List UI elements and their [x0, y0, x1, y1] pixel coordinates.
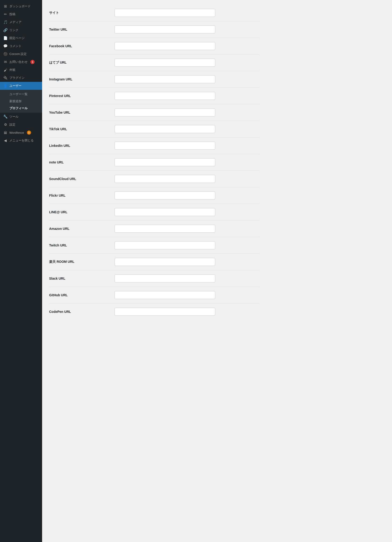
form-row-linkedin: LinkedIn URL: [49, 137, 260, 154]
sidebar-item-posts[interactable]: ✏投稿: [0, 10, 42, 18]
profile-form: サイトTwitter URLFacebook URLはてブ URLInstagr…: [49, 5, 260, 320]
sidebar-label-users: ユーザー: [9, 84, 22, 88]
label-twitter: Twitter URL: [49, 27, 114, 31]
input-twitter[interactable]: [114, 26, 215, 33]
label-site: サイト: [49, 11, 114, 15]
input-codepen[interactable]: [114, 308, 215, 316]
badge-contact: 1: [30, 60, 35, 64]
label-youtube: YouTube URL: [49, 111, 114, 114]
input-wrap-soundcloud: [114, 175, 215, 183]
label-codepen: CodePen URL: [49, 310, 114, 314]
label-rakuten: 楽天 ROOM URL: [49, 260, 114, 264]
pages-icon: 📄: [3, 36, 7, 40]
input-facebook[interactable]: [114, 42, 215, 50]
sidebar-item-comments[interactable]: 💬コメント: [0, 42, 42, 50]
input-wrap-flickr: [114, 191, 215, 200]
label-slack: Slack URL: [49, 276, 114, 280]
input-slack[interactable]: [114, 275, 215, 282]
label-note: note URL: [49, 160, 114, 164]
label-github: GitHub URL: [49, 293, 114, 297]
input-wrap-line: [114, 208, 215, 216]
input-twitch[interactable]: [114, 241, 215, 249]
input-wrap-twitter: [114, 26, 215, 33]
sidebar-label-cocoon: Cocoon 設定: [9, 52, 27, 56]
form-row-codepen: CodePen URL: [49, 303, 260, 320]
sidebar-label-wordfence: Wordfence: [9, 131, 24, 135]
input-youtube[interactable]: [114, 108, 215, 116]
sidebar-label-plugins: プラグイン: [9, 76, 25, 80]
input-wrap-youtube: [114, 108, 215, 116]
sidebar-item-tools[interactable]: 🔧ツール: [0, 113, 42, 121]
sidebar-item-wordfence[interactable]: 🏛Wordfence3: [0, 129, 42, 136]
wordfence-icon: 🏛: [3, 131, 7, 135]
form-row-note: note URL: [49, 154, 260, 170]
form-row-soundcloud: SoundCloud URL: [49, 170, 260, 187]
input-wrap-site: [114, 9, 215, 17]
media-icon: 🎵: [3, 20, 7, 24]
input-rakuten[interactable]: [114, 258, 215, 266]
form-row-rakuten: 楽天 ROOM URL: [49, 254, 260, 270]
sidebar-item-dashboard[interactable]: ⊞ダッシュボード: [0, 2, 42, 10]
dashboard-icon: ⊞: [3, 4, 7, 8]
input-line[interactable]: [114, 208, 215, 216]
submenu-item-user-list[interactable]: ユーザー一覧: [0, 91, 42, 98]
input-wrap-linkedin: [114, 142, 215, 150]
sidebar-label-contact: お問い合わせ: [9, 60, 27, 64]
input-hatena[interactable]: [114, 59, 215, 67]
label-hatena: はてブ URL: [49, 60, 114, 65]
sidebar-item-media[interactable]: 🎵メディア: [0, 18, 42, 26]
form-row-github: GitHub URL: [49, 287, 260, 303]
form-row-site: サイト: [49, 5, 260, 21]
comments-icon: 💬: [3, 44, 7, 48]
input-linkedin[interactable]: [114, 142, 215, 150]
sidebar-label-posts: 投稿: [9, 12, 16, 16]
form-row-flickr: Flickr URL: [49, 187, 260, 204]
label-facebook: Facebook URL: [49, 44, 114, 48]
sidebar-item-contact[interactable]: ✉お問い合わせ1: [0, 58, 42, 66]
input-wrap-rakuten: [114, 258, 215, 266]
sidebar-item-plugins[interactable]: 🔌プラグイン: [0, 74, 42, 82]
label-flickr: Flickr URL: [49, 194, 114, 197]
label-soundcloud: SoundCloud URL: [49, 177, 114, 181]
input-soundcloud[interactable]: [114, 175, 215, 183]
input-note[interactable]: [114, 158, 215, 166]
input-wrap-pinterest: [114, 92, 215, 100]
sidebar-label-links: リンク: [9, 28, 18, 32]
form-row-pinterest: Pinterest URL: [49, 87, 260, 104]
sidebar-label-tools: ツール: [9, 114, 18, 119]
sidebar-item-links[interactable]: 🔗リンク: [0, 26, 42, 34]
tools-icon: 🔧: [3, 114, 7, 119]
form-row-instagram: Instagram URL: [49, 71, 260, 87]
sidebar-item-pages[interactable]: 📄固定ページ: [0, 34, 42, 42]
input-wrap-twitch: [114, 241, 215, 249]
input-wrap-amazon: [114, 225, 215, 233]
label-linkedin: LinkedIn URL: [49, 144, 114, 147]
form-row-line: LINE@ URL: [49, 204, 260, 220]
sidebar-item-close-menu[interactable]: ◀メニューを閉じる: [0, 136, 42, 145]
label-tiktok: TikTok URL: [49, 127, 114, 131]
posts-icon: ✏: [3, 12, 7, 16]
input-flickr[interactable]: [114, 191, 215, 200]
sidebar-label-media: メディア: [9, 20, 22, 24]
sidebar-item-settings[interactable]: ⚙設定: [0, 121, 42, 129]
label-amazon: Amazon URL: [49, 227, 114, 231]
input-amazon[interactable]: [114, 225, 215, 233]
input-pinterest[interactable]: [114, 92, 215, 100]
form-row-slack: Slack URL: [49, 270, 260, 287]
input-wrap-hatena: [114, 59, 215, 67]
sidebar-item-appearance[interactable]: 🖌外観: [0, 66, 42, 74]
input-site[interactable]: [114, 9, 215, 17]
sidebar-item-users[interactable]: 👤ユーザー: [0, 82, 42, 90]
sidebar-item-cocoon[interactable]: ⚫Cocoon 設定: [0, 50, 42, 58]
input-tiktok[interactable]: [114, 125, 215, 133]
input-wrap-github: [114, 291, 215, 299]
submenu-item-add-new[interactable]: 新規追加: [0, 98, 42, 105]
appearance-icon: 🖌: [3, 68, 7, 72]
submenu-item-profile[interactable]: プロフィール: [0, 105, 42, 112]
form-row-facebook: Facebook URL: [49, 38, 260, 54]
input-wrap-facebook: [114, 42, 215, 50]
input-instagram[interactable]: [114, 75, 215, 83]
input-github[interactable]: [114, 291, 215, 299]
input-wrap-slack: [114, 275, 215, 282]
close-menu-icon: ◀: [3, 138, 7, 143]
